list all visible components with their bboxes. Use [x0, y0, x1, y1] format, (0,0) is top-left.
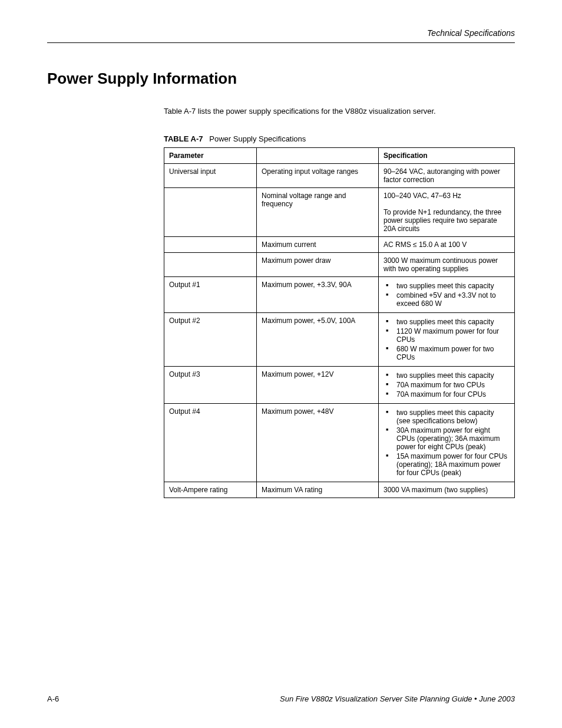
header-right: Technical Specifications [427, 28, 515, 38]
table-row: Maximum power draw3000 W maximum continu… [164, 253, 515, 277]
table-row: Nominal voltage range and frequency100–2… [164, 188, 515, 237]
cell-parameter: Output #4 [164, 404, 257, 482]
cell-parameter [164, 237, 257, 253]
cell-parameter: Volt-Ampere rating [164, 482, 257, 498]
cell-parameter: Universal input [164, 164, 257, 188]
cell-subparameter: Maximum current [257, 237, 379, 253]
cell-specification: two supplies meet this capacity70A maxim… [379, 367, 515, 404]
table-row: Output #2Maximum power, +5.0V, 100Atwo s… [164, 313, 515, 367]
caption-label: TABLE A-7 [164, 134, 203, 143]
cell-subparameter: Nominal voltage range and frequency [257, 188, 379, 237]
th-specification: Specification [379, 148, 515, 164]
caption-text: Power Supply Specifications [209, 134, 306, 143]
bullet-item: two supplies meet this capacity [393, 371, 510, 380]
document-page: Technical Specifications Power Supply In… [0, 0, 562, 728]
cell-specification: 3000 W maximum continuous power with two… [379, 253, 515, 277]
footer-doc-title: Sun Fire V880z Visualization Server Site… [280, 694, 515, 703]
table-row: Output #4Maximum power, +48Vtwo supplies… [164, 404, 515, 482]
specifications-table: Parameter Specification Universal inputO… [164, 147, 515, 498]
header-rule [47, 42, 515, 43]
cell-specification: 100–240 VAC, 47–63 HzTo provide N+1 redu… [379, 188, 515, 237]
section-heading: Power Supply Information [47, 70, 237, 88]
bullet-item: combined +5V and +3.3V not to exceed 680… [393, 291, 510, 308]
bullet-item: 70A maximum for four CPUs [393, 390, 510, 398]
bullet-item: two supplies meet this capacity [393, 282, 510, 290]
cell-specification: AC RMS ≤ 15.0 A at 100 V [379, 237, 515, 253]
footer-page-number: A-6 [47, 694, 59, 703]
table-header-row: Parameter Specification [164, 148, 515, 164]
bullet-item: 30A maximum power for eight CPUs (operat… [393, 426, 510, 451]
cell-parameter: Output #3 [164, 367, 257, 404]
cell-subparameter: Maximum power, +12V [257, 367, 379, 404]
cell-subparameter: Maximum VA rating [257, 482, 379, 498]
th-blank [257, 148, 379, 164]
bullet-list: two supplies meet this capacity70A maxim… [384, 371, 510, 398]
cell-specification: 3000 VA maximum (two supplies) [379, 482, 515, 498]
bullet-item: 1120 W maximum power for four CPUs [393, 327, 510, 344]
cell-specification: two supplies meet this capacity1120 W ma… [379, 313, 515, 367]
table-row: Volt-Ampere ratingMaximum VA rating3000 … [164, 482, 515, 498]
cell-subparameter: Operating input voltage ranges [257, 164, 379, 188]
cell-parameter: Output #2 [164, 313, 257, 367]
cell-subparameter: Maximum power, +48V [257, 404, 379, 482]
cell-specification: two supplies meet this capacity (see spe… [379, 404, 515, 482]
cell-subparameter: Maximum power, +5.0V, 100A [257, 313, 379, 367]
bullet-item: two supplies meet this capacity [393, 318, 510, 326]
bullet-item: 680 W maximum power for two CPUs [393, 345, 510, 361]
bullet-list: two supplies meet this capacity (see spe… [384, 409, 510, 477]
cell-specification: 90–264 VAC, autoranging with power facto… [379, 164, 515, 188]
bullet-list: two supplies meet this capacity1120 W ma… [384, 318, 510, 361]
cell-subparameter: Maximum power draw [257, 253, 379, 277]
table-row: Output #1Maximum power, +3.3V, 90Atwo su… [164, 277, 515, 313]
table-row: Output #3Maximum power, +12Vtwo supplies… [164, 367, 515, 404]
bullet-list: two supplies meet this capacitycombined … [384, 282, 510, 308]
bullet-item: two supplies meet this capacity (see spe… [393, 409, 510, 425]
table-row: Maximum currentAC RMS ≤ 15.0 A at 100 V [164, 237, 515, 253]
cell-parameter [164, 188, 257, 237]
bullet-item: 15A maximum power for four CPUs (operati… [393, 452, 510, 477]
cell-parameter: Output #1 [164, 277, 257, 313]
cell-specification: two supplies meet this capacitycombined … [379, 277, 515, 313]
cell-subparameter: Maximum power, +3.3V, 90A [257, 277, 379, 313]
table-caption: TABLE A-7 Power Supply Specifications [164, 134, 306, 143]
intro-paragraph: Table A-7 lists the power supply specifi… [164, 106, 515, 117]
th-parameter: Parameter [164, 148, 257, 164]
table-row: Universal inputOperating input voltage r… [164, 164, 515, 188]
bullet-item: 70A maximum for two CPUs [393, 381, 510, 389]
cell-parameter [164, 253, 257, 277]
table-body: Universal inputOperating input voltage r… [164, 164, 515, 498]
